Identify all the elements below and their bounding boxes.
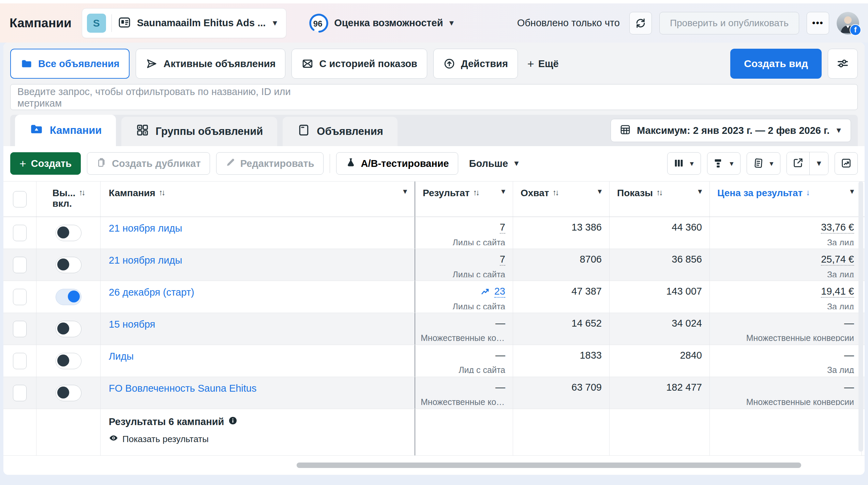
export-options-button[interactable]: ▼ — [809, 152, 828, 175]
filter-actions[interactable]: Действия — [433, 49, 518, 79]
columns-icon — [673, 157, 685, 170]
select-all-checkbox[interactable] — [13, 191, 27, 207]
campaign-name-link[interactable]: 26 декабря (старт) — [109, 287, 194, 298]
row-checkbox[interactable] — [13, 385, 27, 401]
campaign-name-link[interactable]: FO Вовлеченность Sauna Ehitus — [109, 383, 257, 394]
more-filters-button[interactable]: + Ещё — [524, 58, 562, 69]
column-menu-icon[interactable]: ▼ — [697, 188, 709, 195]
campaign-toggle[interactable] — [56, 385, 81, 401]
result-value[interactable]: — — [495, 350, 505, 361]
results-summary-title: Результаты 6 кампаний — [109, 416, 415, 428]
column-campaign[interactable]: Кампания — [109, 188, 155, 199]
create-view-button[interactable]: Создать вид — [730, 49, 822, 79]
cost-value[interactable]: 19,41 € — [821, 286, 854, 298]
row-checkbox[interactable] — [13, 353, 27, 369]
result-type-label: Лиды с сайта — [452, 270, 505, 277]
sort-icon[interactable]: ↑↓ — [79, 188, 84, 197]
cost-value[interactable]: 33,76 € — [821, 222, 854, 234]
review-publish-button[interactable]: Проверить и опубликовать — [659, 12, 799, 34]
column-result[interactable]: Результат — [423, 188, 470, 199]
column-cost-per-result[interactable]: Цена за результат — [717, 188, 803, 199]
filter-label: Действия — [461, 58, 508, 69]
sort-desc-icon[interactable]: ↓ — [806, 188, 809, 197]
view-settings-button[interactable] — [828, 49, 858, 79]
horizontal-scrollbar[interactable] — [297, 463, 801, 468]
refresh-button[interactable] — [629, 12, 652, 34]
result-value[interactable]: — — [495, 318, 505, 329]
header: Кампании S Saunamaailm Ehitus Ads ... ▼ — [0, 3, 868, 43]
cost-type-label: За лид — [827, 302, 854, 309]
campaign-toggle[interactable] — [56, 321, 81, 337]
user-avatar[interactable]: f — [837, 12, 859, 34]
search-input[interactable]: Введите запрос, чтобы отфильтровать по н… — [10, 84, 858, 110]
column-reach[interactable]: Охват — [521, 188, 549, 199]
columns-button[interactable]: ▼ — [667, 152, 701, 175]
create-button[interactable]: + Создать — [10, 152, 81, 175]
campaign-toggle[interactable] — [56, 353, 81, 369]
sort-icon[interactable]: ↑↓ — [656, 188, 662, 197]
cost-value[interactable]: — — [844, 350, 854, 361]
result-value[interactable]: 7 — [500, 222, 505, 234]
tab-campaigns[interactable]: Кампании — [15, 115, 116, 146]
duplicate-button[interactable]: Создать дубликат — [87, 152, 210, 175]
reports-button[interactable]: ▼ — [747, 152, 780, 175]
vertical-scrollbar-track[interactable] — [858, 181, 863, 452]
paper-plane-icon — [146, 58, 158, 70]
more-options-button[interactable]: ••• — [807, 12, 829, 34]
info-icon[interactable] — [228, 416, 238, 428]
toolbar: + Создать Создать дубликат — [3, 146, 865, 181]
cost-value[interactable]: — — [844, 318, 854, 329]
tab-ad-sets[interactable]: Группы объявлений — [121, 117, 277, 146]
card-top: Все объявления Активные объявления — [3, 43, 865, 146]
date-range-selector[interactable]: Максимум: 2 янв 2023 г. — 2 фев 2026 г. … — [611, 119, 851, 142]
reach-value: 47 387 — [571, 286, 602, 297]
sort-icon[interactable]: ↑↓ — [159, 188, 164, 197]
result-value[interactable]: 23 — [494, 286, 505, 298]
filter-all-ads[interactable]: Все объявления — [10, 49, 130, 79]
edit-button[interactable]: Редактировать — [216, 152, 324, 175]
adsets-grid-icon — [136, 123, 149, 140]
filter-had-delivery[interactable]: С историей показов — [291, 49, 427, 79]
sort-icon[interactable]: ↑↓ — [552, 188, 558, 197]
breakdown-button[interactable]: ▼ — [707, 152, 741, 175]
row-checkbox[interactable] — [13, 289, 27, 305]
export-button[interactable] — [787, 152, 809, 175]
divider — [111, 14, 112, 32]
ab-test-button[interactable]: А/В-тестирование — [336, 152, 458, 175]
table-row: 15 ноября — Множественные кон... 14 652 … — [3, 313, 865, 345]
chevron-down-icon: ▼ — [835, 127, 842, 134]
filter-active-ads[interactable]: Активные объявления — [136, 49, 285, 79]
ad-account-selector[interactable]: S Saunamaailm Ehitus Ads ... ▼ — [82, 8, 286, 38]
opportunity-score[interactable]: 96 Оценка возможностей ▼ — [308, 13, 455, 34]
impressions-value: 36 856 — [672, 254, 702, 265]
campaign-toggle[interactable] — [56, 225, 81, 241]
result-value[interactable]: 7 — [500, 254, 505, 266]
result-type-label: Лиды с сайта — [452, 302, 505, 309]
charts-button[interactable] — [835, 152, 858, 175]
cost-value[interactable]: 25,74 € — [821, 254, 854, 266]
row-checkbox[interactable] — [13, 257, 27, 273]
ads-icon — [297, 123, 311, 140]
result-value[interactable]: — — [495, 382, 505, 393]
campaign-toggle[interactable] — [56, 289, 81, 305]
tab-ads[interactable]: Объявления — [283, 117, 398, 146]
table-footer — [3, 456, 865, 475]
column-menu-icon[interactable]: ▼ — [402, 188, 415, 195]
campaign-name-link[interactable]: 21 ноября лиды — [109, 223, 182, 234]
sort-icon[interactable]: ↑↓ — [473, 188, 479, 197]
sliders-icon — [836, 57, 850, 71]
more-actions-button[interactable]: Больше ▼ — [464, 158, 525, 169]
column-menu-icon[interactable]: ▼ — [596, 188, 609, 195]
column-impressions[interactable]: Показы — [617, 188, 653, 199]
cost-value[interactable]: — — [844, 382, 854, 393]
show-results-link[interactable]: Показать результаты — [109, 433, 415, 445]
campaign-name-link[interactable]: 21 ноября лиды — [109, 255, 182, 266]
table-row: Лиды — Лид с сайта 1833 2840 — За лид — [3, 345, 865, 377]
column-menu-icon[interactable]: ▼ — [500, 188, 513, 195]
row-checkbox[interactable] — [13, 225, 27, 241]
campaign-name-link[interactable]: Лиды — [109, 351, 134, 362]
chevron-down-icon: ▼ — [768, 160, 775, 167]
row-checkbox[interactable] — [13, 321, 27, 337]
campaign-toggle[interactable] — [56, 257, 81, 273]
campaign-name-link[interactable]: 15 ноября — [109, 319, 155, 330]
